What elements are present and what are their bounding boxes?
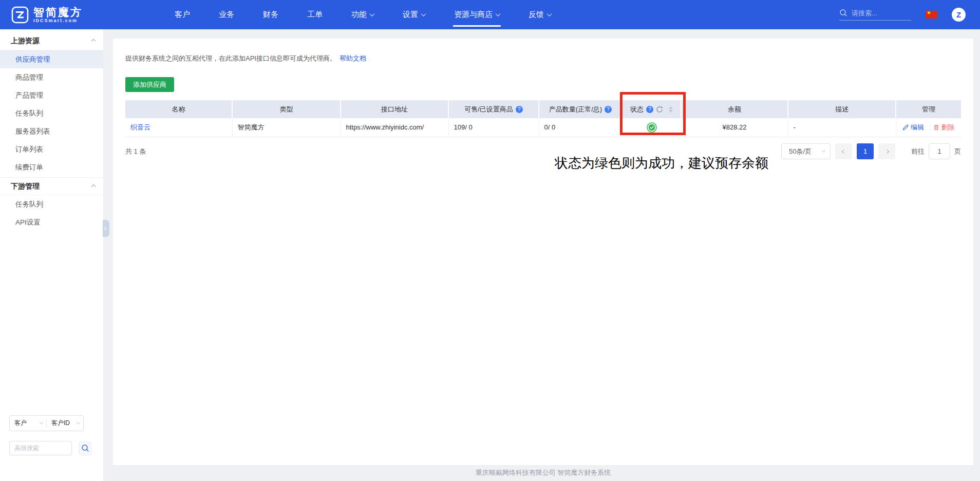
total-count-label: 共 1 条 (125, 147, 146, 156)
logo-title: 智简魔方 (33, 7, 83, 18)
app-logo[interactable]: 智简魔方 IDCSmart.com (11, 6, 111, 24)
sidebar-section-upstream[interactable]: 上游资源 (0, 32, 103, 50)
user-avatar[interactable]: Z (952, 8, 966, 22)
table-row: 织音云 智简魔方 https://www.zhiyinidc.com/ 109/… (125, 118, 961, 137)
sidebar-item-goods-management[interactable]: 商品管理 (0, 68, 103, 86)
search-icon (839, 9, 847, 17)
filter-type-select[interactable]: 客户 (10, 416, 46, 431)
trash-icon (933, 124, 939, 131)
page-size-select[interactable]: 50条/页 (781, 143, 831, 159)
cell-product-count: 0/ 0 (539, 118, 622, 137)
cell-api-url: https://www.zhiyinidc.com/ (341, 118, 448, 137)
logo-subtitle: IDCSmart.com (33, 18, 83, 23)
help-question-icon[interactable] (516, 106, 523, 113)
nav-right-group: Z (839, 8, 966, 22)
status-success-icon (647, 122, 657, 133)
logo-text: 智简魔方 IDCSmart.com (33, 7, 83, 23)
advanced-search-input[interactable] (9, 441, 72, 455)
cell-sellable: 109/ 0 (448, 118, 539, 137)
filter-select-group: 客户 客户ID (9, 415, 84, 431)
col-header-balance: 余额 (681, 100, 788, 118)
sidebar-item-order-list[interactable]: 订单列表 (0, 140, 103, 158)
cell-type: 智简魔方 (232, 118, 341, 137)
col-header-name: 名称 (125, 100, 232, 118)
col-header-status: 状态 (622, 100, 681, 118)
sidebar-quick-filter: 客户 客户ID (9, 415, 91, 455)
chevron-down-icon (421, 11, 426, 16)
cell-balance: ¥828.22 (681, 118, 788, 137)
pencil-icon (902, 124, 909, 131)
cell-status (622, 118, 681, 137)
global-search-input[interactable] (852, 9, 906, 17)
col-header-manage: 管理 (896, 100, 961, 118)
sort-toggle[interactable] (669, 106, 673, 113)
help-question-icon[interactable] (605, 106, 612, 113)
sort-down-icon (669, 110, 673, 113)
nav-item-customers[interactable]: 客户 (160, 0, 204, 29)
chevron-down-icon (77, 421, 80, 424)
edit-button[interactable]: 编辑 (902, 123, 924, 132)
sidebar-item-task-queue-downstream[interactable]: 任务队列 (0, 195, 103, 213)
nav-item-settings[interactable]: 设置 (388, 0, 440, 29)
goto-label: 前往 (911, 147, 925, 156)
main-nav-menu: 客户 业务 财务 工单 功能 设置 资源与商店 反馈 (160, 0, 566, 29)
advanced-search-row (9, 441, 91, 455)
nav-item-business[interactable]: 业务 (204, 0, 249, 29)
help-question-icon[interactable] (646, 106, 653, 113)
col-header-description: 描述 (788, 100, 896, 118)
refresh-icon[interactable] (656, 106, 663, 113)
chevron-left-icon (841, 149, 845, 153)
chevron-down-icon (370, 11, 375, 16)
global-search (839, 9, 911, 21)
intro-line: 提供财务系统之间的互相代理，在此添加API接口信息即可成为代理商。帮助文档 (125, 54, 961, 63)
filter-field-select[interactable]: 客户ID (47, 416, 83, 431)
goto-page-group: 前往 页 (911, 143, 961, 159)
nav-item-tickets[interactable]: 工单 (293, 0, 337, 29)
sidebar-collapse-handle[interactable] (103, 220, 109, 237)
chevron-down-icon (547, 11, 552, 16)
supplier-management-panel: 提供财务系统之间的互相代理，在此添加API接口信息即可成为代理商。帮助文档 添加… (113, 39, 973, 465)
sidebar-item-product-management[interactable]: 产品管理 (0, 86, 103, 104)
help-doc-link[interactable]: 帮助文档 (340, 54, 366, 62)
table-header-row: 名称 类型 接口地址 可售/已设置商品 产品数量(正常/总) 状态 (125, 100, 961, 118)
chevron-right-icon (884, 149, 889, 153)
nav-item-feedback[interactable]: 反馈 (514, 0, 566, 29)
col-header-api-url: 接口地址 (341, 100, 448, 118)
sidebar-menu: 上游资源 供应商管理 商品管理 产品管理 任务队列 服务器列表 订单列表 续费订… (0, 29, 103, 231)
sidebar-item-api-settings[interactable]: API设置 (0, 213, 103, 231)
sidebar-item-renewal-orders[interactable]: 续费订单 (0, 158, 103, 176)
nav-item-finance[interactable]: 财务 (249, 0, 293, 29)
chevron-down-icon (822, 149, 825, 153)
pagination-bar: 共 1 条 50条/页 1 前往 页 (125, 143, 961, 160)
annotation-text: 状态为绿色则为成功，建议预存余额 (555, 154, 768, 172)
chevron-down-icon (496, 11, 501, 16)
cell-name: 织音云 (125, 118, 232, 137)
cell-manage: 编辑 删除 (896, 118, 961, 137)
sort-up-icon (669, 106, 673, 109)
col-header-type: 类型 (232, 100, 341, 118)
cell-description: - (788, 118, 896, 137)
next-page-button[interactable] (878, 143, 895, 159)
delete-button[interactable]: 删除 (933, 123, 955, 132)
nav-item-features[interactable]: 功能 (337, 0, 388, 29)
footer-text: 重庆顺戴网络科技有限公司 智简魔方财务系统 (113, 468, 973, 477)
chevron-down-icon (40, 421, 43, 424)
sidebar-item-task-queue-upstream[interactable]: 任务队列 (0, 104, 103, 122)
intro-text: 提供财务系统之间的互相代理，在此添加API接口信息即可成为代理商。 (125, 54, 336, 62)
prev-page-button[interactable] (835, 143, 852, 159)
pagination-controls: 50条/页 1 前往 页 (781, 143, 961, 159)
col-header-sellable: 可售/已设置商品 (448, 100, 539, 118)
page-number-current[interactable]: 1 (857, 143, 874, 159)
supplier-name-link[interactable]: 织音云 (130, 123, 150, 131)
sidebar-item-server-list[interactable]: 服务器列表 (0, 122, 103, 140)
language-flag-icon[interactable] (926, 11, 937, 18)
advanced-search-button[interactable] (79, 441, 91, 455)
col-header-product-count: 产品数量(正常/总) (539, 100, 622, 118)
nav-item-resources-store[interactable]: 资源与商店 (440, 0, 514, 29)
sidebar-item-supplier-management[interactable]: 供应商管理 (0, 50, 103, 68)
goto-page-input[interactable] (929, 143, 950, 159)
add-supplier-button[interactable]: 添加供应商 (125, 77, 174, 92)
search-icon (81, 444, 89, 452)
sidebar-section-downstream[interactable]: 下游管理 (0, 177, 103, 195)
sidebar: 上游资源 供应商管理 商品管理 产品管理 任务队列 服务器列表 订单列表 续费订… (0, 29, 103, 481)
